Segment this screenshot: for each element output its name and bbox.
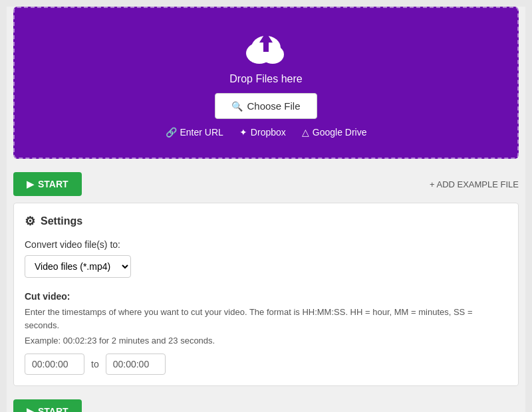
google-drive-icon: △	[302, 127, 309, 138]
cut-video-section: Cut video: Enter the timestamps of where…	[25, 291, 507, 375]
cut-video-title: Cut video:	[25, 291, 507, 302]
link-icon: 🔗	[166, 127, 177, 138]
bottom-toolbar: ▶ START	[7, 393, 525, 412]
drop-text: Drop Files here	[229, 73, 302, 85]
settings-header: ⚙ Settings	[25, 214, 507, 229]
to-label: to	[91, 359, 99, 369]
google-drive-label: Google Drive	[313, 127, 367, 138]
cloud-upload-icon	[239, 28, 293, 68]
top-start-button[interactable]: ▶ START	[13, 172, 82, 196]
convert-format-select[interactable]: Video files (*.mp4) Video files (*.avi) …	[25, 255, 131, 278]
choose-file-label: Choose File	[247, 100, 300, 112]
dropbox-link[interactable]: ✦ Dropbox	[239, 127, 286, 138]
drop-zone[interactable]: Drop Files here 🔍 Choose File 🔗 Enter UR…	[13, 7, 519, 159]
cut-video-description: Enter the timestamps of where you want t…	[25, 306, 507, 332]
settings-panel: ⚙ Settings Convert video file(s) to: Vid…	[13, 203, 519, 386]
dropbox-label: Dropbox	[251, 127, 286, 138]
cut-video-example: Example: 00:02:23 for 2 minutes and 23 s…	[25, 336, 507, 346]
top-start-label: START	[38, 179, 68, 189]
end-time-input[interactable]	[106, 354, 166, 375]
bottom-start-button[interactable]: ▶ START	[13, 399, 82, 412]
gear-icon: ⚙	[25, 214, 35, 229]
top-toolbar: ▶ START + ADD EXAMPLE FILE	[7, 165, 525, 203]
convert-format-group: Convert video file(s) to: Video files (*…	[25, 239, 507, 278]
google-drive-link[interactable]: △ Google Drive	[302, 127, 367, 138]
alt-sources: 🔗 Enter URL ✦ Dropbox △ Google Drive	[166, 127, 367, 138]
start-arrow-icon: ▶	[27, 179, 34, 189]
upload-icon-wrap: Drop Files here	[229, 28, 302, 85]
add-example-label: + ADD EXAMPLE FILE	[430, 179, 519, 189]
search-icon: 🔍	[231, 101, 243, 112]
bottom-start-arrow-icon: ▶	[27, 406, 34, 412]
time-range: to	[25, 354, 507, 375]
choose-file-button[interactable]: 🔍 Choose File	[215, 93, 317, 119]
dropbox-icon: ✦	[239, 127, 247, 138]
enter-url-link[interactable]: 🔗 Enter URL	[166, 127, 223, 138]
settings-title: Settings	[41, 215, 82, 227]
convert-label: Convert video file(s) to:	[25, 239, 507, 250]
enter-url-label: Enter URL	[180, 127, 223, 138]
add-example-link[interactable]: + ADD EXAMPLE FILE	[430, 179, 519, 189]
bottom-start-label: START	[38, 406, 68, 412]
start-time-input[interactable]	[25, 354, 84, 375]
